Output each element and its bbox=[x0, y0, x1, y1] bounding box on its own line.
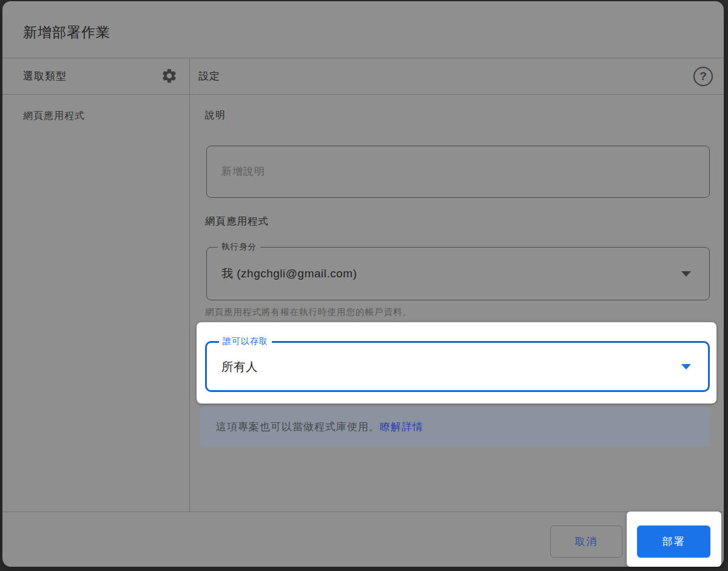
deploy-highlight-callout: 部署 bbox=[627, 512, 721, 567]
divider bbox=[2, 94, 724, 95]
settings-button[interactable] bbox=[161, 67, 178, 84]
access-highlight-callout: 誰可以存取 所有人 bbox=[197, 322, 716, 404]
learn-more-link[interactable]: 瞭解詳情 bbox=[380, 420, 423, 434]
sidebar-item-web-app[interactable]: 網頁應用程式 bbox=[23, 110, 85, 123]
divider bbox=[189, 58, 190, 512]
deploy-button[interactable]: 部署 bbox=[637, 525, 710, 558]
divider bbox=[2, 58, 724, 58]
description-label: 說明 bbox=[205, 109, 226, 122]
divider bbox=[2, 512, 724, 512]
description-input[interactable] bbox=[206, 146, 710, 198]
library-info-box: 這項專案也可以當做程式庫使用。 瞭解詳情 bbox=[200, 407, 710, 447]
gear-icon bbox=[161, 76, 178, 86]
execute-as-value: 我 (zhgchgli@gmail.com) bbox=[221, 266, 357, 282]
who-has-access-label: 誰可以存取 bbox=[219, 336, 272, 347]
chevron-down-icon bbox=[681, 364, 691, 370]
who-has-access-value: 所有人 bbox=[221, 359, 258, 375]
help-icon[interactable]: ? bbox=[693, 67, 713, 86]
chevron-down-icon bbox=[681, 271, 691, 277]
select-type-header: 選取類型 bbox=[23, 69, 67, 83]
web-app-section-label: 網頁應用程式 bbox=[205, 215, 269, 228]
cancel-button[interactable]: 取消 bbox=[550, 525, 622, 558]
execute-as-select[interactable]: 執行身分 我 (zhgchgli@gmail.com) bbox=[206, 247, 710, 300]
execute-as-label: 執行身分 bbox=[218, 242, 260, 252]
execute-as-helper-text: 網頁應用程式將有權在執行時使用您的帳戶資料。 bbox=[205, 306, 412, 318]
who-has-access-select[interactable]: 誰可以存取 所有人 bbox=[205, 341, 710, 392]
library-info-text: 這項專案也可以當做程式庫使用。 bbox=[216, 420, 380, 434]
page-title: 新增部署作業 bbox=[23, 23, 110, 42]
settings-header: 設定 bbox=[198, 69, 220, 83]
new-deployment-dialog: 新增部署作業 選取類型 設定 ? 網頁應用程式 說明 網頁應用程式 執行身分 我… bbox=[2, 1, 724, 567]
